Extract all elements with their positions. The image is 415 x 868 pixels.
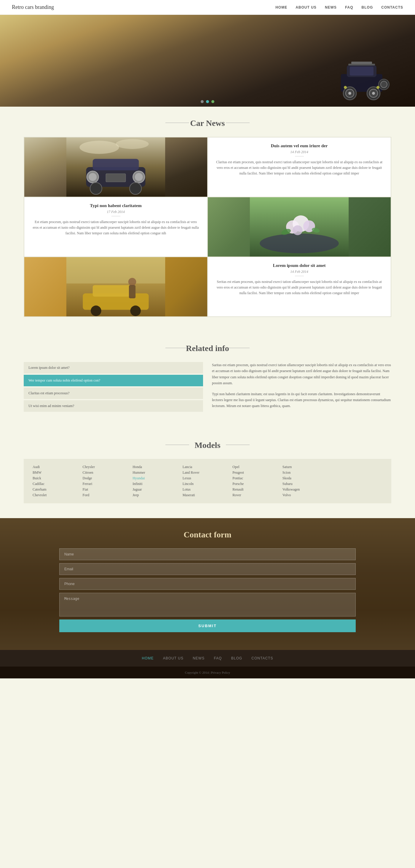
model-cadillac[interactable]: Cadillac — [33, 482, 83, 486]
model-skoda[interactable]: Skoda — [283, 476, 333, 480]
model-citroen[interactable]: Citroen — [83, 470, 133, 475]
news-heading-3: Lorem ipsum dolor sit amet — [215, 263, 383, 268]
model-ferrari[interactable]: Ferrari — [83, 482, 133, 486]
nav-contacts[interactable]: CONTACTS — [381, 5, 403, 9]
vintage-car-svg — [332, 53, 391, 101]
model-lincoln[interactable]: Lincoln — [183, 482, 233, 486]
model-hyundai[interactable]: Hyundai — [132, 476, 183, 480]
footer-nav-news[interactable]: NEWS — [193, 656, 205, 660]
accordion-item-1[interactable]: Lorem ipsum dolor sit amet? — [24, 362, 203, 374]
car-news-section: Car News — [0, 107, 415, 332]
model-column-5: Opel Peugeot Pontiac Porsche Renault Rov… — [232, 465, 283, 497]
model-audi[interactable]: Audi — [33, 465, 83, 469]
news-heading-2: Typi non habent claritatem — [32, 203, 200, 208]
related-inner: Lorem ipsum dolor sit amet? Wer tempor c… — [24, 362, 391, 414]
nav-links: HOME ABOUT US NEWS FAQ BLOG CONTACTS — [275, 5, 403, 9]
nav-blog[interactable]: BLOG — [362, 5, 373, 9]
related-text-area: Saritas est etiam procesm, quis nostrud … — [212, 362, 391, 414]
model-column-2: Chrysler Citroen Dodge Ferrari Fiat Ford — [83, 465, 133, 497]
models-section: Models Audi BMW Buick Cadillac Caterham … — [0, 429, 415, 518]
submit-button[interactable]: SUBMIT — [59, 619, 356, 632]
model-column-3: Honda Hummer Hyundai Infiniti Jaguar Jee… — [132, 465, 183, 497]
model-peugeot[interactable]: Peugeot — [232, 470, 283, 475]
model-porsche[interactable]: Porsche — [232, 482, 283, 486]
car-news-title: Car News — [24, 107, 391, 137]
model-ford[interactable]: Ford — [83, 493, 133, 497]
model-hummer[interactable]: Hummer — [132, 470, 183, 475]
message-input[interactable] — [59, 593, 356, 617]
model-renault[interactable]: Renault — [232, 487, 283, 492]
model-lexus[interactable]: Lexus — [183, 476, 233, 480]
hero-car-area — [0, 15, 415, 107]
model-chrysler[interactable]: Chrysler — [83, 465, 133, 469]
svg-point-39 — [128, 278, 136, 286]
news-body-3: Seritas est etiam procesm, quis nostrud … — [215, 279, 383, 296]
model-saturn[interactable]: Saturn — [283, 465, 333, 469]
news-cell-4 — [208, 197, 391, 257]
nav-about[interactable]: ABOUT US — [296, 5, 317, 9]
model-lancia[interactable]: Lancia — [183, 465, 233, 469]
news-cell-6: Lorem ipsum dolor sit amet 14 Feb 2014 S… — [208, 257, 391, 317]
svg-point-26 — [129, 183, 141, 194]
footer-nav-home[interactable]: HOME — [142, 656, 154, 660]
model-fiat[interactable]: Fiat — [83, 487, 133, 492]
nav-home[interactable]: HOME — [275, 5, 287, 9]
model-lotus[interactable]: Lotus — [183, 487, 233, 492]
news-image-3 — [24, 257, 207, 316]
svg-rect-40 — [129, 285, 136, 298]
news-image-1 — [24, 137, 207, 197]
accordion: Lorem ipsum dolor sit amet? Wer tempor c… — [24, 362, 203, 414]
model-volkswagen[interactable]: Volkswagen — [283, 487, 333, 492]
model-scion[interactable]: Scion — [283, 470, 333, 475]
model-pontiac[interactable]: Pontiac — [232, 476, 283, 480]
footer-nav-blog[interactable]: BLOG — [231, 656, 242, 660]
models-grid: Audi BMW Buick Cadillac Caterham Chevrol… — [24, 459, 391, 503]
model-jeep[interactable]: Jeep — [132, 493, 183, 497]
model-subaru[interactable]: Subaru — [283, 482, 333, 486]
hero-dot-3[interactable] — [211, 100, 214, 103]
model-chevrolet[interactable]: Chevrolet — [33, 493, 83, 497]
hero-dot-1[interactable] — [201, 100, 204, 103]
svg-point-25 — [90, 183, 102, 194]
privacy-policy-link[interactable]: Privacy Policy — [211, 671, 230, 674]
model-honda[interactable]: Honda — [132, 465, 183, 469]
model-infiniti[interactable]: Infiniti — [132, 482, 183, 486]
news-date-2: 17 Feb 2014 — [32, 210, 200, 216]
svg-rect-19 — [93, 159, 139, 170]
model-landrover[interactable]: Land Rover — [183, 470, 233, 475]
footer-navigation: HOME ABOUT US NEWS FAQ BLOG CONTACTS — [0, 650, 415, 666]
svg-point-17 — [116, 139, 149, 149]
model-column-1: Audi BMW Buick Cadillac Caterham Chevrol… — [33, 465, 83, 497]
footer-nav-faq[interactable]: FAQ — [214, 656, 222, 660]
model-buick[interactable]: Buick — [33, 476, 83, 480]
flowers-car-svg — [208, 197, 391, 256]
model-dodge[interactable]: Dodge — [83, 476, 133, 480]
footer-nav-contacts[interactable]: CONTACTS — [251, 656, 273, 660]
model-opel[interactable]: Opel — [232, 465, 283, 469]
phone-input[interactable] — [59, 578, 356, 590]
news-date-3: 14 Feb 2014 — [215, 270, 383, 276]
model-caterham[interactable]: Caterham — [33, 487, 83, 492]
related-info-title: Related info — [24, 332, 391, 362]
hero-dot-2[interactable] — [206, 100, 209, 103]
name-input[interactable] — [59, 548, 356, 560]
svg-rect-24 — [106, 174, 126, 182]
footer-nav-about[interactable]: ABOUT US — [163, 656, 183, 660]
model-column-4: Lancia Land Rover Lexus Lincoln Lotus Ma… — [183, 465, 233, 497]
model-maserati[interactable]: Maserati — [183, 493, 233, 497]
related-text-2: Typi non habent claritatem insitam; est … — [212, 391, 391, 409]
accordion-item-2[interactable]: Wer tempor cum soluta nobis eleifend opt… — [24, 375, 203, 386]
related-text-1: Saritas est etiam procesm, quis nostrud … — [212, 362, 391, 386]
svg-point-11 — [344, 86, 347, 89]
email-input[interactable] — [59, 563, 356, 575]
model-jaguar[interactable]: Jaguar — [132, 487, 183, 492]
accordion-item-4[interactable]: Ut wisi enim ad minim veniam? — [24, 400, 203, 412]
svg-point-8 — [372, 92, 375, 95]
hero-dots — [201, 100, 214, 103]
model-volvo[interactable]: Volvo — [283, 493, 333, 497]
model-bmw[interactable]: BMW — [33, 470, 83, 475]
nav-faq[interactable]: FAQ — [345, 5, 353, 9]
accordion-item-3[interactable]: Claritas est etiam processus? — [24, 388, 203, 399]
nav-news[interactable]: NEWS — [325, 5, 337, 9]
model-rover[interactable]: Rover — [232, 493, 283, 497]
